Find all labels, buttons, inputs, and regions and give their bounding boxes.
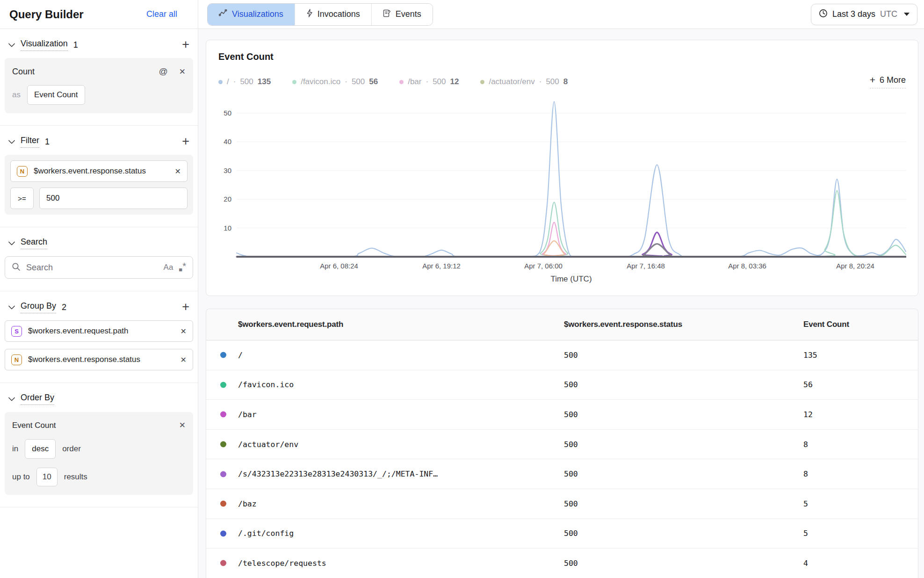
topbar: Visualizations Invocations Events Last 3… (198, 0, 924, 29)
group-by-field[interactable]: S $workers.event.request.path ✕ (5, 320, 193, 342)
order-by-field: Event Count (12, 421, 56, 430)
cell-path: /.git/config (238, 529, 294, 538)
main-area: Visualizations Invocations Events Last 3… (198, 0, 924, 578)
legend-item[interactable]: /bar · 500 12 (399, 77, 459, 87)
table-row[interactable]: /s/432313e22313e28313e2430313/_/;/META-I… (206, 459, 918, 489)
add-group-by-button[interactable]: + (182, 302, 189, 312)
close-icon[interactable]: ✕ (180, 355, 187, 364)
legend-path: /favicon.ico (301, 77, 340, 87)
group-by-field-name: $workers.event.response.status (28, 355, 140, 364)
sidebar-header: Query Builder Clear all (0, 0, 198, 29)
at-icon[interactable]: @ (159, 66, 167, 77)
time-range-select[interactable]: Last 3 days UTC (811, 4, 917, 25)
tab-events[interactable]: Events (371, 4, 433, 25)
svg-text:Apr 6, 08:24: Apr 6, 08:24 (320, 262, 358, 270)
table-row[interactable]: /baz 500 5 (206, 489, 918, 519)
chevron-down-icon[interactable] (8, 397, 15, 401)
time-range-label: Last 3 days (832, 9, 875, 19)
group-by-section-label: Group By (21, 301, 56, 313)
chevron-down-icon[interactable] (8, 43, 15, 47)
svg-text:Apr 7, 06:00: Apr 7, 06:00 (524, 262, 563, 270)
search-placeholder: Search (26, 263, 158, 273)
close-icon[interactable]: ✕ (179, 420, 186, 430)
event-log-icon (383, 9, 391, 20)
legend-item[interactable]: /favicon.ico · 500 56 (292, 77, 378, 87)
table-header-row: $workers.event.request.path $workers.eve… (206, 309, 918, 340)
legend-item[interactable]: /actuator/env · 500 8 (480, 77, 568, 87)
cell-count: 135 (803, 351, 918, 360)
cell-count: 4 (803, 559, 918, 568)
line-chart-icon (219, 9, 227, 19)
table-row[interactable]: /.git/config 500 5 (206, 519, 918, 549)
cell-count: 8 (803, 470, 918, 478)
svg-text:40: 40 (224, 137, 231, 145)
order-label: order (62, 444, 81, 454)
filter-field[interactable]: N $workers.event.response.status ✕ (10, 160, 188, 182)
legend-separator: · (539, 77, 542, 87)
cell-status: 500 (564, 380, 803, 389)
show-more-series-button[interactable]: + 6 More (870, 75, 906, 88)
close-icon[interactable]: ✕ (179, 67, 186, 77)
search-input[interactable]: Search Aa ■* (5, 256, 193, 279)
legend-dot (292, 80, 296, 84)
chart-card: Event Count / · 500 135 /favicon.ico · 5… (206, 40, 918, 296)
svg-text:30: 30 (224, 166, 231, 174)
legend-dot (480, 80, 484, 84)
aggregation-name: Count (12, 67, 35, 77)
chart-title: Event Count (218, 51, 906, 62)
legend-item[interactable]: / · 500 135 (218, 77, 271, 87)
tab-visualizations[interactable]: Visualizations (208, 4, 295, 25)
event-count-chart[interactable]: 1020304050Apr 6, 08:24Apr 6, 19:12Apr 7,… (218, 101, 906, 275)
filter-section-label: Filter (21, 136, 39, 148)
column-header-count: Event Count (803, 320, 918, 329)
series-color-dot (220, 471, 226, 477)
legend-status: 500 (546, 77, 559, 87)
limit-input[interactable]: 10 (36, 468, 58, 486)
table-row[interactable]: / 500 135 (206, 340, 918, 370)
filter-value-input[interactable]: 500 (39, 188, 188, 209)
filter-count: 1 (45, 137, 50, 147)
visualization-card: Count @ ✕ as Event Count (5, 58, 193, 113)
cell-path: /favicon.ico (238, 380, 294, 389)
close-icon[interactable]: ✕ (175, 167, 181, 176)
tab-label: Events (396, 9, 421, 19)
tab-invocations[interactable]: Invocations (295, 4, 371, 25)
number-type-icon: N (11, 354, 22, 365)
order-by-card: Event Count ✕ in desc order up to 10 res… (5, 412, 193, 495)
table-row[interactable]: /telescope/requests 500 4 (206, 549, 918, 578)
plus-icon: + (870, 76, 875, 84)
alias-field[interactable]: Event Count (27, 85, 85, 105)
add-visualization-button[interactable]: + (182, 40, 189, 50)
cell-status: 500 (564, 499, 803, 508)
group-by-field[interactable]: N $workers.event.response.status ✕ (5, 349, 193, 370)
search-icon (12, 262, 21, 273)
clear-all-link[interactable]: Clear all (146, 9, 177, 19)
cell-status: 500 (564, 559, 803, 568)
table-row[interactable]: /bar 500 12 (206, 400, 918, 430)
cell-status: 500 (564, 470, 803, 478)
add-filter-button[interactable]: + (182, 137, 189, 147)
regex-icon[interactable]: ■* (179, 263, 186, 274)
match-case-icon[interactable]: Aa (164, 263, 173, 272)
legend-path: / (227, 77, 229, 87)
legend-count: 56 (369, 77, 378, 87)
svg-text:Apr 8, 03:36: Apr 8, 03:36 (728, 262, 766, 270)
table-row[interactable]: /actuator/env 500 8 (206, 430, 918, 460)
chevron-down-icon[interactable] (8, 140, 15, 144)
cell-path: / (238, 351, 243, 360)
legend-status: 500 (352, 77, 365, 87)
chevron-down-icon[interactable] (8, 241, 15, 246)
legend-path: /actuator/env (489, 77, 534, 87)
table-row[interactable]: /favicon.ico 500 56 (206, 370, 918, 400)
chevron-down-icon[interactable] (8, 305, 15, 310)
tab-label: Invocations (318, 9, 360, 19)
series-color-dot (220, 412, 226, 418)
svg-text:Apr 6, 19:12: Apr 6, 19:12 (422, 262, 461, 270)
view-tabs: Visualizations Invocations Events (207, 3, 433, 26)
close-icon[interactable]: ✕ (180, 327, 187, 336)
filter-operator-select[interactable]: >= (10, 188, 34, 209)
tab-label: Visualizations (232, 9, 283, 19)
direction-select[interactable]: desc (25, 439, 56, 459)
group-by-count: 2 (62, 303, 66, 312)
group-by-section: Group By 2 + S $workers.event.request.pa… (0, 291, 198, 383)
